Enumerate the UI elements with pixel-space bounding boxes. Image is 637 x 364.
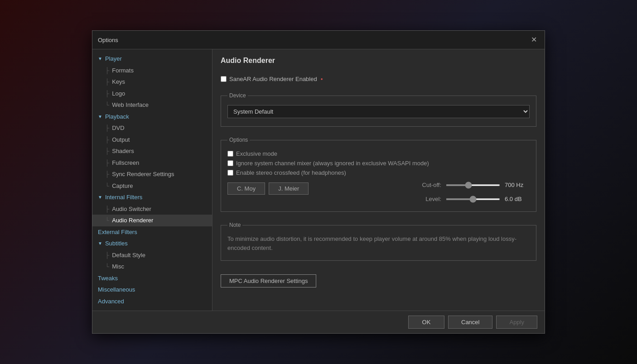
sidebar-item-sync-renderer[interactable]: ├ Sync Renderer Settings bbox=[92, 168, 212, 180]
tree-line: ├ bbox=[105, 77, 109, 86]
sidebar-item-default-style[interactable]: ├ Default Style bbox=[92, 249, 212, 261]
note-text: To minimize audio distortion, it is reco… bbox=[227, 233, 530, 254]
sidebar-item-formats[interactable]: ├ Formats bbox=[92, 65, 212, 77]
sidebar-item-fullscreen[interactable]: ├ Fullscreen bbox=[92, 157, 212, 169]
ignore-mixer-row: Ignore system channel mixer (always igno… bbox=[227, 160, 530, 167]
section-title: Audio Renderer bbox=[221, 57, 536, 65]
apply-button[interactable]: Apply bbox=[496, 316, 537, 329]
mpc-settings-button[interactable]: MPC Audio Renderer Settings bbox=[221, 274, 316, 287]
arrow-icon: ▼ bbox=[98, 194, 102, 201]
cutoff-slider[interactable] bbox=[446, 184, 500, 186]
options-dialog: Options ✕ ▼ Player ├ Formats ├ Keys ├ Lo… bbox=[92, 30, 545, 334]
dialog-title: Options bbox=[98, 37, 118, 43]
level-slider[interactable] bbox=[446, 198, 500, 200]
tree-line: ├ bbox=[105, 89, 109, 98]
tree-line: ├ bbox=[105, 66, 109, 75]
stereo-crossfeed-row: Enable stereo crossfeed (for headphones) bbox=[227, 169, 530, 176]
arrow-icon: ▼ bbox=[98, 113, 102, 120]
mpc-btn-row: MPC Audio Renderer Settings bbox=[221, 271, 536, 287]
cutoff-row: Cut-off: 700 Hz bbox=[410, 182, 530, 188]
device-select-row: System Default bbox=[227, 103, 530, 120]
sanear-checkbox-row: SaneAR Audio Renderer Enabled ● bbox=[221, 76, 536, 82]
ignore-mixer-checkbox[interactable] bbox=[227, 160, 233, 166]
tree-line: └ bbox=[105, 182, 109, 191]
note-fieldset: Note To minimize audio distortion, it is… bbox=[221, 222, 536, 261]
sidebar-item-dvd[interactable]: ├ DVD bbox=[92, 122, 212, 134]
sidebar-item-subtitles[interactable]: ▼ Subtitles bbox=[92, 238, 212, 249]
sanear-checkbox[interactable] bbox=[221, 76, 227, 82]
sidebar-item-web-interface[interactable]: └ Web Interface bbox=[92, 99, 212, 111]
level-row: Level: 6.0 dB bbox=[410, 196, 530, 202]
sidebar-item-capture[interactable]: └ Capture bbox=[92, 180, 212, 192]
sidebar-item-miscellaneous[interactable]: Miscellaneous bbox=[92, 284, 212, 296]
sidebar-item-playback[interactable]: ▼ Playback bbox=[92, 111, 212, 123]
close-button[interactable]: ✕ bbox=[529, 35, 539, 44]
tree-line: ├ bbox=[105, 158, 109, 168]
exclusive-mode-checkbox[interactable] bbox=[227, 151, 233, 157]
options-fieldset: Options Exclusive mode Ignore system cha… bbox=[221, 137, 536, 212]
sidebar-item-audio-switcher[interactable]: ├ Audio Switcher bbox=[92, 203, 212, 215]
device-legend: Device bbox=[227, 92, 248, 99]
sidebar: ▼ Player ├ Formats ├ Keys ├ Logo └ Web I… bbox=[92, 49, 212, 311]
sidebar-item-keys[interactable]: ├ Keys bbox=[92, 76, 212, 88]
exclusive-mode-label: Exclusive mode bbox=[236, 150, 277, 157]
enabled-dot: ● bbox=[321, 77, 323, 81]
dialog-footer: OK Cancel Apply bbox=[92, 311, 545, 333]
dialog-titlebar: Options ✕ bbox=[92, 31, 545, 49]
sliders-section: Cut-off: 700 Hz Level: 6.0 dB bbox=[410, 179, 530, 205]
cutoff-label: Cut-off: bbox=[410, 182, 441, 188]
cmoy-button[interactable]: C. Moy bbox=[227, 182, 265, 195]
tree-line: ├ bbox=[105, 147, 109, 156]
arrow-icon: ▼ bbox=[98, 55, 102, 62]
dialog-body: ▼ Player ├ Formats ├ Keys ├ Logo └ Web I… bbox=[92, 49, 545, 311]
sanear-label: SaneAR Audio Renderer Enabled bbox=[229, 76, 317, 82]
stereo-crossfeed-checkbox[interactable] bbox=[227, 170, 233, 176]
ignore-mixer-label: Ignore system channel mixer (always igno… bbox=[236, 160, 429, 167]
exclusive-mode-row: Exclusive mode bbox=[227, 150, 530, 157]
cutoff-value: 700 Hz bbox=[505, 182, 530, 188]
level-label: Level: bbox=[410, 196, 441, 202]
sidebar-item-external-filters[interactable]: External Filters bbox=[92, 226, 212, 238]
sidebar-item-internal-filters[interactable]: ▼ Internal Filters bbox=[92, 192, 212, 203]
sidebar-item-advanced[interactable]: Advanced bbox=[92, 296, 212, 307]
tree-line: └ bbox=[105, 262, 109, 271]
options-legend: Options bbox=[227, 137, 250, 143]
sidebar-item-tweaks[interactable]: Tweaks bbox=[92, 273, 212, 284]
tree-line: ├ bbox=[105, 251, 109, 260]
crossfeed-buttons: C. Moy J. Meier bbox=[227, 182, 309, 195]
jmeier-button[interactable]: J. Meier bbox=[269, 182, 309, 195]
main-content: Audio Renderer SaneAR Audio Renderer Ena… bbox=[212, 49, 545, 311]
sidebar-item-misc[interactable]: └ Misc bbox=[92, 261, 212, 273]
level-value: 6.0 dB bbox=[505, 196, 530, 202]
crossfeed-section: C. Moy J. Meier Cut-off: 700 Hz Level: 6… bbox=[227, 179, 530, 205]
sidebar-item-logo[interactable]: ├ Logo bbox=[92, 88, 212, 100]
cancel-button[interactable]: Cancel bbox=[448, 316, 492, 329]
device-fieldset: Device System Default bbox=[221, 92, 536, 127]
sidebar-item-audio-renderer[interactable]: └ Audio Renderer bbox=[92, 215, 212, 226]
ok-button[interactable]: OK bbox=[408, 316, 444, 329]
tree-line: ├ bbox=[105, 205, 109, 214]
tree-line: ├ bbox=[105, 124, 109, 133]
sidebar-item-player[interactable]: ▼ Player bbox=[92, 53, 212, 65]
tree-line: └ bbox=[105, 101, 109, 110]
sidebar-item-output[interactable]: ├ Output bbox=[92, 134, 212, 146]
sidebar-item-shaders[interactable]: ├ Shaders bbox=[92, 145, 212, 157]
stereo-crossfeed-label: Enable stereo crossfeed (for headphones) bbox=[236, 169, 346, 176]
device-select[interactable]: System Default bbox=[227, 105, 530, 118]
tree-line: ├ bbox=[105, 170, 109, 179]
note-legend: Note bbox=[227, 222, 242, 228]
arrow-icon: ▼ bbox=[98, 240, 102, 247]
tree-line: └ bbox=[105, 216, 109, 225]
tree-line: ├ bbox=[105, 135, 109, 144]
